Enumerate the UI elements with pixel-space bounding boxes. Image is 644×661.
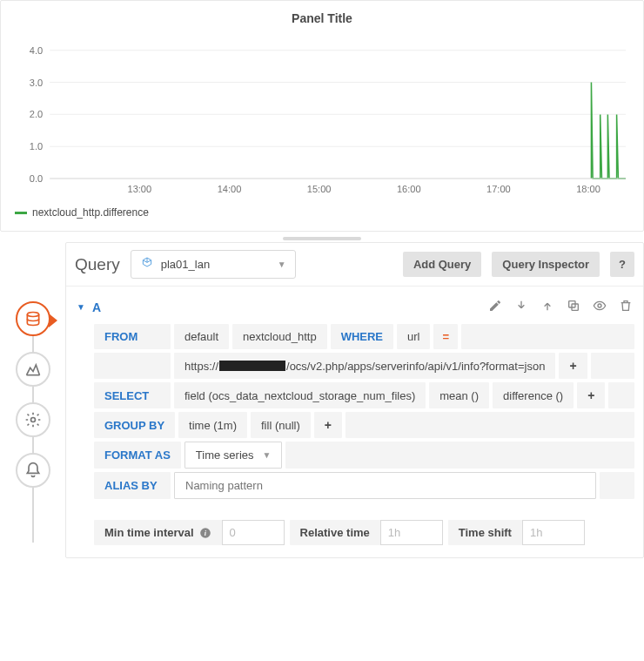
datasource-name: pla01_lan xyxy=(161,258,271,271)
where-keyword: WHERE xyxy=(331,324,393,349)
min-interval-input[interactable] xyxy=(230,521,277,544)
chart-panel: Panel Title 0.01.02.03.04.013:0014:0015:… xyxy=(0,0,644,232)
datasource-picker[interactable]: pla01_lan ▼ xyxy=(131,250,296,279)
info-icon[interactable]: i xyxy=(199,527,211,539)
aliasby-input[interactable] xyxy=(185,479,585,492)
formatas-select[interactable]: Time series ▼ xyxy=(184,442,283,469)
collapse-icon: ▼ xyxy=(77,302,85,312)
select-difference[interactable]: difference () xyxy=(493,382,574,408)
tab-queries[interactable] xyxy=(16,301,50,336)
help-button[interactable]: ? xyxy=(610,252,634,277)
redacted-host xyxy=(219,361,285,371)
datasource-icon xyxy=(140,256,154,273)
groupby-fill[interactable]: fill (null) xyxy=(251,412,311,438)
from-retention-policy[interactable]: default xyxy=(174,324,229,349)
segment-fill xyxy=(285,442,634,469)
select-label: SELECT xyxy=(94,382,171,408)
svg-text:17:00: 17:00 xyxy=(486,184,511,194)
query-inspector-button[interactable]: Query Inspector xyxy=(492,252,600,277)
select-mean[interactable]: mean () xyxy=(429,382,489,408)
formatas-label: FORMAT AS xyxy=(94,442,181,469)
delete-icon[interactable] xyxy=(619,299,633,315)
where-field[interactable]: url xyxy=(397,324,430,349)
where-value[interactable]: https:///ocs/v2.php/apps/serverinfo/api/… xyxy=(174,353,555,379)
svg-text:4.0: 4.0 xyxy=(30,45,43,56)
editor-tabs xyxy=(0,242,65,558)
svg-text:18:00: 18:00 xyxy=(576,184,600,194)
svg-text:1.0: 1.0 xyxy=(30,141,43,152)
segment-fill xyxy=(600,472,634,499)
segment-fill xyxy=(345,412,634,438)
select-field[interactable]: field (ocs_data_nextcloud_storage_num_fi… xyxy=(174,382,426,408)
aliasby-input-wrap xyxy=(174,472,596,499)
add-query-button[interactable]: Add Query xyxy=(403,252,481,277)
aliasby-label: ALIAS BY xyxy=(94,472,171,499)
move-up-icon[interactable] xyxy=(540,299,554,315)
query-row-a-header[interactable]: ▼ A xyxy=(75,293,634,320)
svg-point-18 xyxy=(30,418,35,422)
segment-fill xyxy=(461,324,634,349)
svg-text:14:00: 14:00 xyxy=(218,184,242,194)
legend[interactable]: nextcloud_http.difference xyxy=(10,203,634,220)
segment-fill xyxy=(608,382,634,408)
svg-text:3.0: 3.0 xyxy=(30,78,43,88)
query-row-letter: A xyxy=(92,300,101,314)
svg-text:2.0: 2.0 xyxy=(30,109,43,119)
time-shift-input[interactable] xyxy=(530,521,577,544)
move-down-icon[interactable] xyxy=(514,299,528,315)
from-measurement[interactable]: nextcloud_http xyxy=(232,324,327,349)
relative-time-input[interactable] xyxy=(388,521,435,544)
tab-general[interactable] xyxy=(16,402,50,437)
min-interval-label: Min time interval i xyxy=(94,520,222,545)
query-heading: Query xyxy=(75,255,120,274)
svg-text:13:00: 13:00 xyxy=(128,184,152,194)
from-label: FROM xyxy=(94,324,171,349)
duplicate-icon[interactable] xyxy=(567,299,580,315)
chart[interactable]: 0.01.02.03.04.013:0014:0015:0016:0017:00… xyxy=(18,32,631,198)
legend-label: nextcloud_http.difference xyxy=(32,206,149,219)
where-add-button[interactable]: + xyxy=(559,353,587,379)
toggle-visibility-icon[interactable] xyxy=(593,299,607,315)
panel-title: Panel Title xyxy=(10,8,634,32)
edit-icon[interactable] xyxy=(488,299,502,315)
caret-down-icon: ▼ xyxy=(278,260,286,269)
groupby-label: GROUP BY xyxy=(94,412,175,438)
select-add-button[interactable]: + xyxy=(577,382,605,408)
tab-alert[interactable] xyxy=(16,453,50,488)
svg-point-17 xyxy=(27,313,38,317)
svg-text:16:00: 16:00 xyxy=(397,184,421,194)
groupby-time[interactable]: time (1m) xyxy=(178,412,247,438)
query-editor: Query pla01_lan ▼ Add Query Query Inspec… xyxy=(65,242,644,558)
row-indent xyxy=(94,353,171,379)
segment-fill xyxy=(591,353,634,379)
caret-down-icon: ▼ xyxy=(263,450,272,460)
where-operator[interactable]: = xyxy=(433,324,458,349)
relative-time-label: Relative time xyxy=(290,520,380,545)
legend-swatch xyxy=(15,212,27,214)
time-shift-label: Time shift xyxy=(448,520,522,545)
svg-text:0.0: 0.0 xyxy=(30,173,43,184)
svg-point-21 xyxy=(598,304,601,307)
groupby-add-button[interactable]: + xyxy=(314,412,342,438)
tab-visualization[interactable] xyxy=(16,352,50,387)
formatas-value: Time series xyxy=(196,449,254,462)
svg-text:15:00: 15:00 xyxy=(307,184,332,194)
